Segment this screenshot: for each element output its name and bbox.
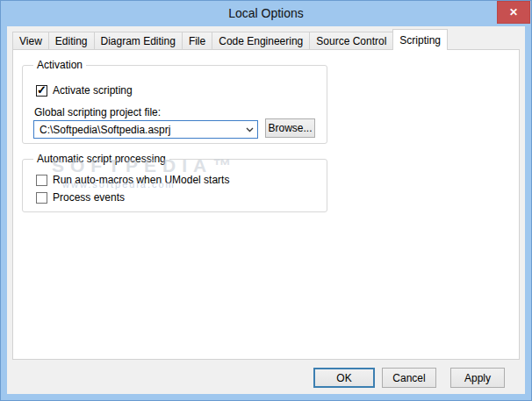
window-title: Local Options [0, 6, 532, 20]
run-auto-macros-checkbox[interactable]: ✓ [36, 175, 47, 186]
close-button[interactable]: ✕ [497, 1, 530, 24]
activate-scripting-row: ✓ Activate scripting [36, 84, 133, 97]
close-icon: ✕ [509, 6, 518, 18]
project-file-value: C:\Softpedia\Softpedia.asprj [40, 124, 241, 136]
check-icon: ✓ [37, 84, 47, 96]
tab-view[interactable]: View [12, 32, 49, 50]
activation-group: Activation ✓ Activate scripting Global s… [22, 65, 327, 144]
process-events-checkbox[interactable]: ✓ [36, 192, 47, 204]
window-frame: Local Options ✕ View Editing Diagram Edi… [0, 0, 532, 401]
tab-strip: View Editing Diagram Editing File Code E… [12, 29, 447, 50]
dialog-client-area: View Editing Diagram Editing File Code E… [7, 26, 525, 394]
auto-script-processing-group-title: Automatic script processing [33, 153, 169, 165]
cancel-button[interactable]: Cancel [382, 368, 436, 388]
activate-scripting-label: Activate scripting [53, 84, 133, 97]
project-file-combobox[interactable]: C:\Softpedia\Softpedia.asprj [33, 120, 258, 139]
tab-file[interactable]: File [182, 32, 212, 50]
run-auto-macros-row: ✓ Run auto-macros when UModel starts [36, 174, 229, 186]
tab-scripting[interactable]: Scripting [392, 29, 448, 50]
tab-code-engineering[interactable]: Code Engineering [212, 32, 310, 50]
activation-group-title: Activation [33, 59, 86, 71]
apply-button[interactable]: Apply [450, 368, 505, 388]
process-events-row: ✓ Process events [36, 191, 125, 204]
project-file-label: Global scripting project file: [34, 106, 161, 118]
activate-scripting-checkbox[interactable]: ✓ [36, 85, 47, 97]
tab-editing[interactable]: Editing [48, 32, 95, 50]
ok-button[interactable]: OK [313, 368, 375, 388]
auto-script-processing-group: Automatic script processing ✓ Run auto-m… [22, 159, 327, 212]
browse-button[interactable]: Browse... [265, 118, 315, 138]
tab-source-control[interactable]: Source Control [309, 32, 393, 50]
scripting-tab-page: Activation ✓ Activate scripting Global s… [12, 49, 520, 360]
process-events-label: Process events [53, 191, 125, 204]
run-auto-macros-label: Run auto-macros when UModel starts [53, 174, 229, 186]
chevron-down-icon[interactable] [241, 121, 257, 138]
tab-diagram-editing[interactable]: Diagram Editing [94, 32, 183, 50]
